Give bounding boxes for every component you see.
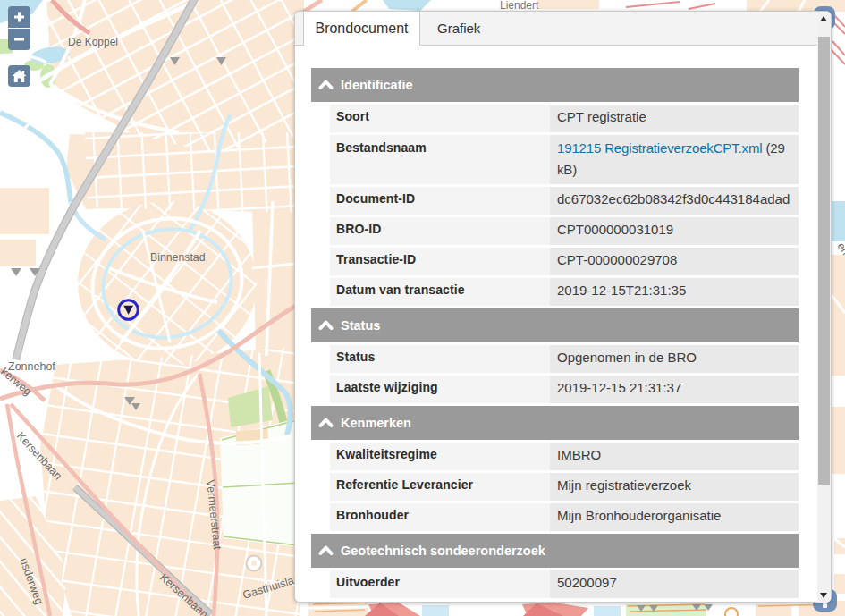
svg-text:De Koppel: De Koppel xyxy=(68,36,118,48)
svg-text:Zonnehof: Zonnehof xyxy=(8,360,55,373)
svg-text:Binnenstad: Binnenstad xyxy=(150,251,206,264)
